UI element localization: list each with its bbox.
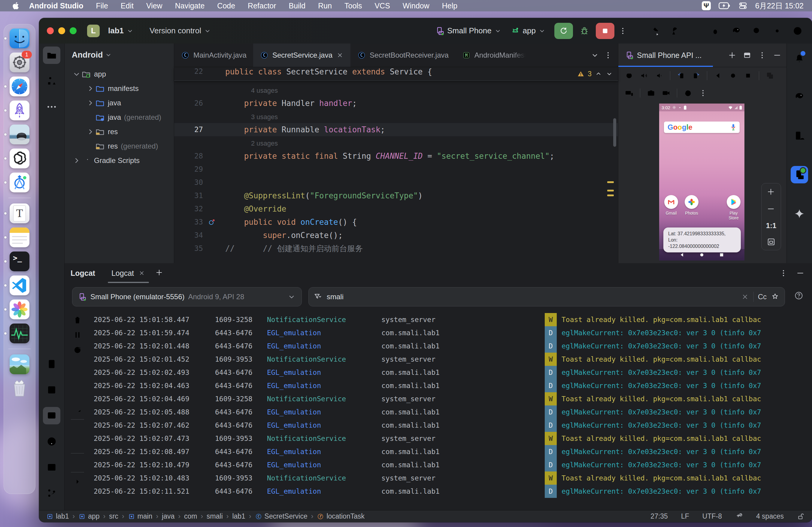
- zoom-reset-button[interactable]: 1:1: [766, 222, 777, 230]
- logcat-help-button[interactable]: [794, 291, 806, 303]
- warning-count[interactable]: 3: [588, 70, 592, 78]
- ai-assistant-off-icon[interactable]: [735, 513, 743, 521]
- menu-item-android-studio[interactable]: Android Studio: [23, 0, 90, 11]
- line-number[interactable]: 35: [174, 242, 208, 255]
- editor-tab-secretbootreceiver-java[interactable]: CSecretBootReceiver.java: [350, 44, 455, 67]
- dock-item-safari[interactable]: [10, 77, 29, 96]
- dock-item-vscode[interactable]: [10, 275, 29, 295]
- clear-filter-icon[interactable]: [741, 292, 749, 301]
- emulator-app-gmail[interactable]: Gmail: [662, 195, 681, 215]
- menu-item-view[interactable]: View: [140, 0, 169, 11]
- dock-item-finder[interactable]: [10, 29, 29, 48]
- logcat-tab[interactable]: Logcat: [110, 263, 147, 283]
- override-method-icon[interactable]: [208, 218, 216, 226]
- logcat-log-list[interactable]: 2025-06-22 15:01:58.4471609-3258Notifica…: [90, 311, 812, 510]
- snapshot-restore-button[interactable]: [681, 87, 695, 100]
- menu-item-vcs[interactable]: VCS: [368, 0, 396, 11]
- tree-item-java[interactable]: java(generated): [64, 110, 174, 124]
- close-window-button[interactable]: [47, 27, 54, 34]
- menu-item-navigate[interactable]: Navigate: [169, 0, 211, 11]
- tree-item-app[interactable]: app: [64, 67, 174, 81]
- editor-tab-secretservice-java[interactable]: CSecretService.java: [253, 44, 350, 67]
- dock-item-textedit[interactable]: T: [10, 204, 29, 223]
- code-editor[interactable]: 22 public class SecretService extends Se…: [174, 67, 618, 263]
- menu-item-code[interactable]: Code: [211, 0, 242, 11]
- tree-item-res[interactable]: res(generated): [64, 139, 174, 153]
- line-number[interactable]: 30: [174, 176, 208, 189]
- line-ending[interactable]: LF: [681, 512, 689, 521]
- sliders-button[interactable]: [70, 455, 85, 470]
- gradle-button[interactable]: [791, 88, 808, 105]
- device-manager-button[interactable]: [791, 127, 808, 144]
- panel-options-button[interactable]: [758, 51, 767, 60]
- emulator-screen[interactable]: 3:02 Google: [659, 104, 744, 260]
- menu-item-help[interactable]: Help: [436, 0, 464, 11]
- chevron-right-icon[interactable]: [72, 156, 82, 165]
- hammer-button[interactable]: [646, 23, 663, 39]
- logcat-options-button[interactable]: [779, 269, 788, 277]
- profiler-button[interactable]: [687, 23, 704, 39]
- zoom-to-fit-button[interactable]: [767, 237, 775, 246]
- breadcrumb-item-smali[interactable]: smali: [207, 512, 223, 521]
- import-log-button[interactable]: [70, 421, 85, 436]
- breadcrumb-item-secretservice[interactable]: CSecretService: [255, 512, 307, 521]
- logcat-filter-field[interactable]: smali Cc: [308, 287, 785, 306]
- gradle-sync-button[interactable]: [728, 23, 745, 39]
- android-recents-button[interactable]: [719, 252, 724, 257]
- chevron-right-icon[interactable]: [86, 127, 95, 137]
- menu-item-build[interactable]: Build: [282, 0, 312, 11]
- lock-open-icon[interactable]: [797, 513, 805, 521]
- tree-item-res[interactable]: res: [64, 124, 174, 139]
- line-number[interactable]: 33: [174, 215, 208, 229]
- dock-item-preview[interactable]: [10, 124, 29, 144]
- video-button[interactable]: [659, 87, 673, 100]
- breadcrumb-item-locationtask[interactable]: flocationTask: [317, 512, 365, 521]
- hide-panel-button[interactable]: [773, 51, 782, 60]
- nav-home-button[interactable]: [726, 69, 740, 82]
- vol-up-button[interactable]: [638, 69, 651, 82]
- gear-button[interactable]: [769, 23, 786, 39]
- breadcrumb-item-java[interactable]: java: [162, 512, 174, 521]
- debug-button[interactable]: [576, 23, 593, 39]
- breadcrumb-item-src[interactable]: src: [109, 512, 118, 521]
- menu-item-file[interactable]: File: [90, 0, 114, 11]
- line-number[interactable]: 29: [174, 163, 208, 176]
- menu-item-refactor[interactable]: Refactor: [242, 0, 282, 11]
- new-logcat-tab-button[interactable]: [155, 268, 163, 278]
- breadcrumb-item-app[interactable]: app: [78, 512, 99, 521]
- tab-options-kebab-icon[interactable]: [604, 51, 613, 60]
- save-filter-star-button[interactable]: [771, 292, 780, 301]
- tree-item-java[interactable]: java: [64, 96, 174, 110]
- tree-item-manifests[interactable]: manifests: [64, 81, 174, 96]
- chev-right-button[interactable]: [70, 474, 85, 489]
- app-inspection-tool-button[interactable]: [43, 381, 60, 398]
- kebab-button[interactable]: [696, 87, 710, 100]
- previous-warning-icon[interactable]: [595, 70, 603, 78]
- soft-wrap-button[interactable]: [70, 403, 85, 418]
- rerun-button[interactable]: [554, 23, 573, 39]
- breadcrumb-item-lab1[interactable]: lab1: [46, 512, 69, 521]
- rotate-right-button[interactable]: [690, 69, 703, 82]
- project-avatar[interactable]: L: [87, 25, 100, 37]
- line-number[interactable]: 27: [174, 123, 208, 136]
- menu-clock[interactable]: 6月22日 15:02: [755, 1, 803, 11]
- warning-stripe-mark[interactable]: [607, 195, 614, 196]
- menu-item-tools[interactable]: Tools: [338, 0, 368, 11]
- chevron-right-icon[interactable]: [86, 84, 95, 93]
- more-run-options-button[interactable]: [614, 23, 631, 39]
- editor-tab-mainactivity-java[interactable]: CMainActivity.java: [174, 44, 253, 67]
- hardware-input-button[interactable]: [623, 87, 636, 100]
- gemini-ai-button[interactable]: [791, 205, 808, 222]
- account-button[interactable]: [789, 23, 806, 39]
- power-button[interactable]: [623, 69, 636, 82]
- search-button[interactable]: [748, 23, 765, 39]
- menu-item-run[interactable]: Run: [312, 0, 338, 11]
- battery-icon[interactable]: [719, 2, 730, 10]
- line-number[interactable]: 26: [174, 96, 208, 110]
- notifications-button[interactable]: [791, 49, 808, 66]
- zoom-in-button[interactable]: [766, 187, 776, 197]
- apple-menu-icon[interactable]: [11, 1, 20, 10]
- project-tool-button[interactable]: [43, 46, 60, 64]
- reload-button[interactable]: [70, 343, 85, 358]
- problems-tool-button[interactable]: [43, 433, 60, 450]
